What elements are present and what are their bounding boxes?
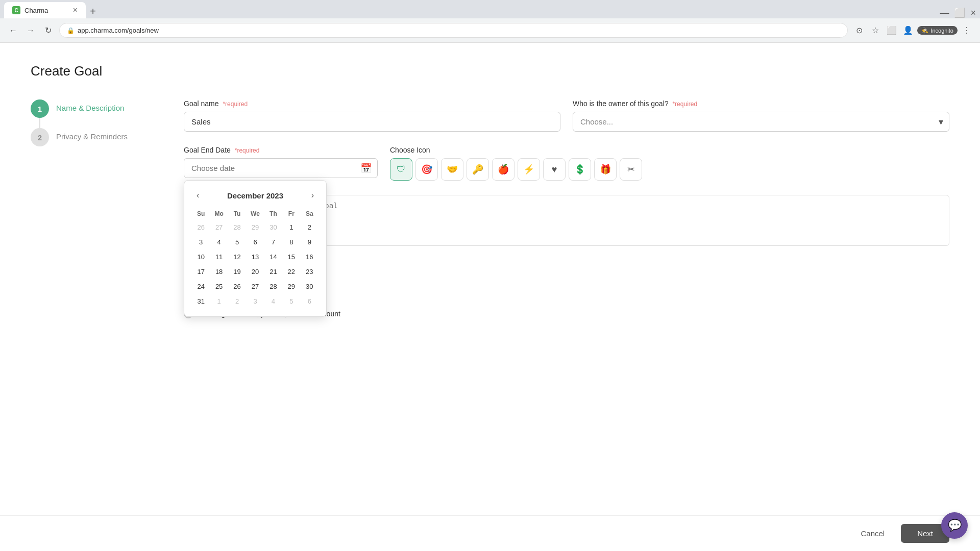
incognito-icon: 🕵 — [921, 27, 928, 34]
calendar-day-5[interactable]: 5 — [283, 294, 300, 308]
address-text: app.charma.com/goals/new — [78, 27, 159, 34]
cal-header-mo: Mo — [210, 208, 227, 219]
window-minimize-button[interactable]: — — [940, 8, 949, 18]
calendar-header: ‹ December 2023 › — [192, 189, 318, 202]
handshake-icon[interactable]: 🤝 — [441, 158, 463, 181]
browser-navigation: ← → ↻ — [6, 23, 55, 38]
calendar-day-6[interactable]: 6 — [301, 294, 318, 308]
refresh-button[interactable]: ↻ — [41, 23, 55, 38]
calendar-day-29[interactable]: 29 — [247, 220, 263, 234]
scissors-icon[interactable]: ✂ — [620, 158, 642, 181]
calendar-day-10[interactable]: 10 — [192, 250, 209, 264]
heart-icon[interactable]: ♥ — [543, 158, 566, 181]
goal-name-group: Goal name *required — [184, 99, 560, 132]
bolt-icon[interactable]: ⚡ — [518, 158, 540, 181]
calendar-day-4[interactable]: 4 — [265, 294, 282, 308]
key-icon[interactable]: 🔑 — [467, 158, 489, 181]
calendar-icon[interactable]: 📅 — [360, 163, 372, 174]
icon-chooser-label: Choose Icon — [390, 146, 949, 154]
calendar-day-2[interactable]: 2 — [301, 220, 318, 234]
calendar-day-27[interactable]: 27 — [210, 220, 227, 234]
calendar-day-20[interactable]: 20 — [247, 265, 263, 279]
calendar-day-31[interactable]: 31 — [192, 294, 209, 308]
end-date-required: *required — [235, 147, 260, 154]
calendar-day-3[interactable]: 3 — [192, 235, 209, 249]
calendar-month-year: December 2023 — [227, 191, 283, 200]
calendar-day-22[interactable]: 22 — [283, 265, 300, 279]
calendar-day-16[interactable]: 16 — [301, 250, 318, 264]
calendar-day-21[interactable]: 21 — [265, 265, 282, 279]
calendar-day-9[interactable]: 9 — [301, 235, 318, 249]
profile-icon[interactable]: 👤 — [901, 23, 915, 38]
cal-header-sa: Sa — [301, 208, 318, 219]
forward-button[interactable]: → — [23, 23, 38, 38]
menu-button[interactable]: ⋮ — [960, 23, 974, 38]
calendar-day-1[interactable]: 1 — [210, 294, 227, 308]
calendar-day-11[interactable]: 11 — [210, 250, 227, 264]
calendar-day-24[interactable]: 24 — [192, 280, 209, 293]
calendar-day-3[interactable]: 3 — [247, 294, 263, 308]
form-row-1: Goal name *required Who is the owner of … — [184, 99, 949, 132]
calendar-day-6[interactable]: 6 — [247, 235, 263, 249]
step-2-item[interactable]: 2 Privacy & Reminders — [31, 128, 163, 146]
calendar-day-18[interactable]: 18 — [210, 265, 227, 279]
owner-select[interactable]: Choose... — [573, 112, 949, 132]
icon-chooser-group: Choose Icon 🛡🎯🤝🔑🍎⚡♥💲🎁✂ — [390, 146, 949, 181]
calendar-day-13[interactable]: 13 — [247, 250, 263, 264]
calendar-prev-button[interactable]: ‹ — [192, 189, 203, 202]
goal-name-label: Goal name *required — [184, 99, 560, 108]
calendar-day-25[interactable]: 25 — [210, 280, 227, 293]
dollar-icon[interactable]: 💲 — [569, 158, 591, 181]
calendar-day-14[interactable]: 14 — [265, 250, 282, 264]
browser-address-bar: ← → ↻ 🔒 app.charma.com/goals/new ⊙ ☆ ⬜ 👤… — [0, 18, 980, 43]
calendar-day-12[interactable]: 12 — [229, 250, 246, 264]
calendar-day-30[interactable]: 30 — [301, 280, 318, 293]
calendar-day-8[interactable]: 8 — [283, 235, 300, 249]
calendar-day-27[interactable]: 27 — [247, 280, 263, 293]
calendar-day-2[interactable]: 2 — [229, 294, 246, 308]
page-layout: 1 Name & Description 2 Privacy & Reminde… — [31, 99, 949, 318]
calendar-day-19[interactable]: 19 — [229, 265, 246, 279]
cal-header-fr: Fr — [283, 208, 300, 219]
apple-icon[interactable]: 🍎 — [492, 158, 514, 181]
calendar-day-26[interactable]: 26 — [192, 220, 209, 234]
calendar-day-7[interactable]: 7 — [265, 235, 282, 249]
calendar-day-15[interactable]: 15 — [283, 250, 300, 264]
browser-tab[interactable]: C Charma × — [4, 2, 86, 18]
page-footer: Cancel Next — [0, 515, 980, 551]
window-close-button[interactable]: × — [970, 8, 976, 18]
calendar-day-1[interactable]: 1 — [283, 220, 300, 234]
back-button[interactable]: ← — [6, 23, 20, 38]
steps-sidebar: 1 Name & Description 2 Privacy & Reminde… — [31, 99, 163, 318]
chat-bubble-button[interactable]: 💬 — [941, 512, 968, 539]
calendar-day-26[interactable]: 26 — [229, 280, 246, 293]
new-tab-button[interactable]: + — [86, 4, 100, 18]
calendar-day-28[interactable]: 28 — [265, 280, 282, 293]
calendar-day-23[interactable]: 23 — [301, 265, 318, 279]
address-bar[interactable]: 🔒 app.charma.com/goals/new — [59, 23, 848, 38]
cancel-button[interactable]: Cancel — [850, 524, 895, 543]
bookmark-icon[interactable]: ☆ — [868, 23, 883, 38]
tab-close-button[interactable]: × — [73, 6, 78, 15]
calendar-next-button[interactable]: › — [307, 189, 318, 202]
calendar-day-4[interactable]: 4 — [210, 235, 227, 249]
cast-icon[interactable]: ⊙ — [852, 23, 866, 38]
target-icon[interactable]: 🎯 — [415, 158, 438, 181]
step-1-item[interactable]: 1 Name & Description — [31, 99, 163, 118]
calendar-day-30[interactable]: 30 — [265, 220, 282, 234]
window-maximize-button[interactable]: ⬜ — [954, 7, 965, 18]
calendar-day-17[interactable]: 17 — [192, 265, 209, 279]
end-date-input[interactable] — [184, 158, 378, 178]
icon-row: 🛡🎯🤝🔑🍎⚡♥💲🎁✂ — [390, 158, 949, 181]
gift-icon[interactable]: 🎁 — [594, 158, 617, 181]
goal-name-input[interactable] — [184, 112, 560, 132]
goal-name-required: *required — [223, 101, 248, 108]
calendar-day-28[interactable]: 28 — [229, 220, 246, 234]
calendar-day-29[interactable]: 29 — [283, 280, 300, 293]
cal-header-su: Su — [192, 208, 209, 219]
calendar-day-5[interactable]: 5 — [229, 235, 246, 249]
cal-header-we: We — [247, 208, 263, 219]
extensions-icon[interactable]: ⬜ — [885, 23, 899, 38]
shield-icon[interactable]: 🛡 — [390, 158, 412, 181]
end-date-label: Goal End Date *required — [184, 146, 378, 154]
